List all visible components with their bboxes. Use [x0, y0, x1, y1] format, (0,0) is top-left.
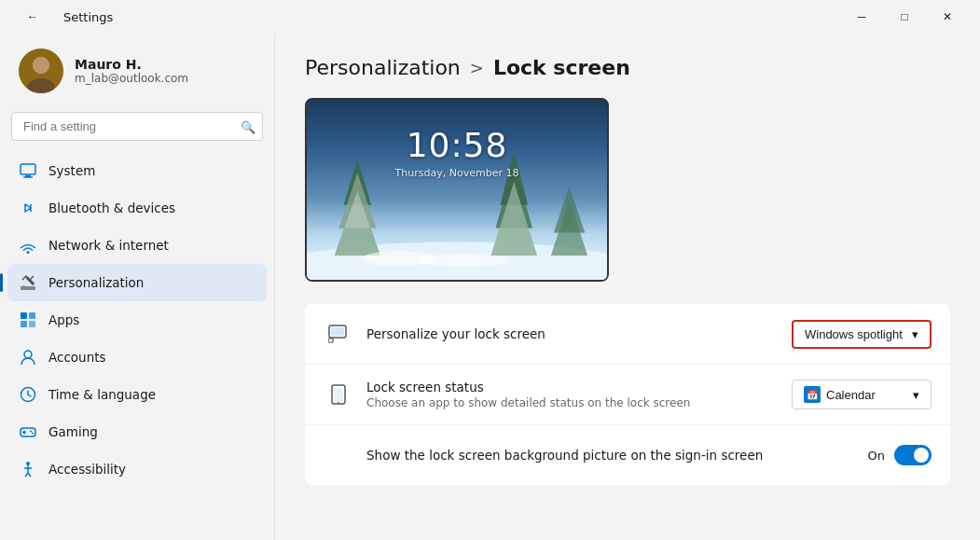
row-icon-show-background	[324, 440, 353, 470]
settings-section: Personalize your lock screen Windows spo…	[305, 304, 950, 485]
dropdown-personalize-lock-screen[interactable]: Windows spotlight ▾	[792, 320, 932, 349]
close-button[interactable]: ✕	[926, 2, 969, 32]
dropdown-value-lock-screen-status: Calendar	[826, 388, 876, 402]
minimize-button[interactable]: ─	[840, 2, 883, 32]
back-icon: ←	[27, 10, 38, 23]
time-icon	[19, 385, 37, 404]
maximize-button[interactable]: □	[883, 2, 926, 32]
sidebar-item-accounts[interactable]: Accounts	[7, 339, 267, 376]
title-bar: ← Settings ─ □ ✕	[0, 0, 980, 34]
row-label-personalize-lock-screen: Personalize your lock screen	[366, 326, 792, 341]
system-icon	[19, 161, 37, 180]
avatar-image	[19, 48, 63, 93]
settings-row-show-background: Show the lock screen background picture …	[305, 425, 950, 485]
sidebar-item-bluetooth[interactable]: Bluetooth & devices	[7, 189, 267, 227]
page-title: Lock screen	[493, 56, 630, 79]
apps-icon	[19, 311, 37, 329]
row-icon-lock-screen-status	[324, 380, 353, 409]
svg-rect-47	[334, 388, 343, 401]
lock-screen-bg: 10:58 Thursday, November 18	[307, 100, 607, 280]
sidebar-item-label-system: System	[48, 163, 95, 178]
calendar-icon: 📅	[804, 386, 821, 403]
maximize-icon: □	[901, 10, 907, 23]
search-icon: 🔍	[241, 119, 255, 133]
sidebar: Mauro H. m_lab@outlook.com 🔍 System Blue…	[0, 34, 275, 540]
avatar	[19, 48, 63, 93]
user-name: Mauro H.	[75, 57, 188, 72]
lock-screen-time: 10:58	[307, 126, 607, 164]
search-input[interactable]	[11, 112, 263, 141]
row-text-lock-screen-status: Lock screen status Choose an app to show…	[366, 380, 792, 409]
network-icon	[19, 236, 37, 255]
svg-rect-14	[29, 321, 35, 327]
sidebar-item-accessibility[interactable]: Accessibility	[7, 450, 267, 488]
window-controls: ─ □ ✕	[840, 2, 969, 32]
sidebar-item-personalization[interactable]: Personalization	[7, 264, 267, 301]
accounts-icon	[19, 348, 37, 367]
row-control-personalize-lock-screen: Windows spotlight ▾	[792, 320, 932, 349]
accessibility-icon	[19, 460, 37, 478]
back-button[interactable]: ←	[11, 2, 54, 32]
user-info: Mauro H. m_lab@outlook.com	[75, 57, 188, 85]
chevron-down-icon: ▾	[912, 327, 918, 341]
lock-screen-date: Thursday, November 18	[307, 167, 607, 179]
toggle-knob	[914, 448, 929, 463]
row-text-show-background: Show the lock screen background picture …	[366, 448, 868, 463]
svg-rect-13	[21, 321, 27, 327]
svg-rect-12	[29, 312, 35, 319]
sidebar-item-label-network: Network & internet	[48, 238, 169, 253]
user-profile[interactable]: Mauro H. m_lab@outlook.com	[0, 34, 274, 108]
sidebar-item-time[interactable]: Time & language	[7, 376, 267, 413]
svg-point-21	[32, 433, 34, 435]
user-email: m_lab@outlook.com	[75, 72, 188, 85]
svg-point-20	[30, 431, 32, 433]
sidebar-item-gaming[interactable]: Gaming	[7, 413, 267, 450]
toggle-container-show-background: On	[868, 445, 932, 465]
row-label-show-background: Show the lock screen background picture …	[366, 448, 868, 463]
sidebar-item-label-personalization: Personalization	[48, 275, 144, 290]
main-content: Personalization > Lock screen	[275, 34, 980, 540]
toggle-label-show-background: On	[868, 449, 885, 463]
svg-point-3	[33, 57, 49, 74]
svg-line-26	[28, 473, 31, 477]
minimize-icon: ─	[858, 10, 866, 23]
dropdown-lock-screen-status[interactable]: 📅 Calendar ▾	[792, 380, 932, 409]
svg-rect-44	[331, 327, 344, 336]
sidebar-item-network[interactable]: Network & internet	[7, 227, 267, 264]
gaming-icon	[19, 422, 37, 441]
svg-point-15	[24, 351, 32, 358]
bluetooth-icon	[19, 199, 37, 217]
svg-point-48	[338, 402, 339, 404]
row-control-lock-screen-status: 📅 Calendar ▾	[792, 380, 932, 409]
close-icon: ✕	[943, 10, 952, 23]
sidebar-item-apps[interactable]: Apps	[7, 301, 267, 339]
settings-row-personalize-lock-screen: Personalize your lock screen Windows spo…	[305, 304, 950, 365]
svg-point-7	[27, 251, 30, 254]
breadcrumb-chevron: >	[470, 58, 484, 77]
sidebar-item-system[interactable]: System	[7, 152, 267, 189]
sidebar-item-label-accessibility: Accessibility	[48, 462, 126, 477]
dropdown-value-personalize-lock-screen: Windows spotlight	[805, 327, 903, 341]
page-header: Personalization > Lock screen	[305, 56, 950, 79]
sidebar-item-label-accounts: Accounts	[48, 350, 106, 365]
search-box: 🔍	[11, 112, 263, 141]
svg-point-22	[26, 462, 30, 465]
row-icon-personalize-lock-screen	[324, 319, 353, 349]
row-sublabel-lock-screen-status: Choose an app to show detailed status on…	[366, 396, 792, 409]
sidebar-item-label-gaming: Gaming	[48, 424, 98, 439]
nav-list: System Bluetooth & devices Network & int…	[0, 152, 274, 488]
app-title: Settings	[63, 10, 113, 24]
svg-rect-11	[21, 312, 27, 319]
svg-point-42	[418, 254, 510, 267]
sidebar-item-label-bluetooth: Bluetooth & devices	[48, 201, 175, 215]
lock-screen-preview: 10:58 Thursday, November 18	[305, 98, 609, 282]
svg-point-10	[21, 285, 25, 289]
row-text-personalize-lock-screen: Personalize your lock screen	[366, 326, 792, 341]
row-label-lock-screen-status: Lock screen status	[366, 380, 792, 395]
settings-row-lock-screen-status: Lock screen status Choose an app to show…	[305, 365, 950, 425]
app-body: Mauro H. m_lab@outlook.com 🔍 System Blue…	[0, 34, 980, 540]
personalization-icon	[19, 273, 37, 292]
svg-rect-4	[21, 164, 35, 174]
toggle-show-background[interactable]	[894, 445, 932, 465]
breadcrumb-parent[interactable]: Personalization	[305, 56, 461, 79]
